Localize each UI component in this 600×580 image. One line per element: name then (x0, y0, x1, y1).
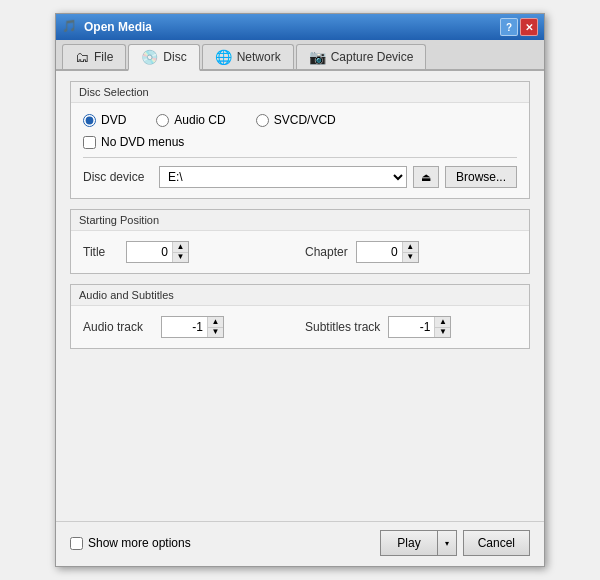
title-spinbox: ▲ ▼ (126, 241, 189, 263)
help-button[interactable]: ? (500, 18, 518, 36)
starting-position-title: Starting Position (71, 210, 529, 231)
subtitles-spin-up[interactable]: ▲ (435, 317, 450, 328)
disc-type-radio-group: DVD Audio CD SVCD/VCD (83, 113, 517, 127)
dvd-label: DVD (101, 113, 126, 127)
title-spin-up[interactable]: ▲ (173, 242, 188, 253)
open-media-dialog: 🎵 Open Media ? ✕ 🗂 File 💿 Disc 🌐 Network… (55, 13, 545, 567)
footer-buttons: Play ▾ Cancel (380, 530, 530, 556)
eject-button[interactable]: ⏏ (413, 166, 439, 188)
title-spin-down[interactable]: ▼ (173, 253, 188, 263)
close-button[interactable]: ✕ (520, 18, 538, 36)
show-more-label: Show more options (88, 536, 191, 550)
chapter-input[interactable] (357, 242, 402, 262)
show-more-row: Show more options (70, 536, 191, 550)
no-dvd-menus-label: No DVD menus (101, 135, 184, 149)
disc-tab-label: Disc (163, 50, 186, 64)
tab-bar: 🗂 File 💿 Disc 🌐 Network 📷 Capture Device (56, 40, 544, 71)
browse-button[interactable]: Browse... (445, 166, 517, 188)
network-tab-icon: 🌐 (215, 49, 232, 65)
audio-row: Audio track ▲ ▼ Subtitles track (83, 316, 517, 338)
tab-network[interactable]: 🌐 Network (202, 44, 294, 69)
svcd-label: SVCD/VCD (274, 113, 336, 127)
play-button-group: Play ▾ (380, 530, 456, 556)
title-bar: 🎵 Open Media ? ✕ (56, 14, 544, 40)
main-content: Disc Selection DVD Audio CD SVCD/VCD (56, 71, 544, 521)
subtitles-input[interactable] (389, 317, 434, 337)
audio-input[interactable] (162, 317, 207, 337)
title-position-label: Title (83, 245, 118, 259)
chapter-spinbox: ▲ ▼ (356, 241, 419, 263)
device-row: Disc device E:\ ⏏ Browse... (83, 166, 517, 188)
tab-capture[interactable]: 📷 Capture Device (296, 44, 427, 69)
file-tab-icon: 🗂 (75, 49, 89, 65)
audio-arrows: ▲ ▼ (207, 317, 223, 337)
disc-selection-content: DVD Audio CD SVCD/VCD No DVD menus (71, 103, 529, 198)
audio-track-label: Audio track (83, 320, 153, 334)
device-select[interactable]: E:\ (159, 166, 407, 188)
position-row: Title ▲ ▼ Chapter (83, 241, 517, 263)
audiocd-option[interactable]: Audio CD (156, 113, 225, 127)
audio-spin-down[interactable]: ▼ (208, 328, 223, 338)
play-button[interactable]: Play (380, 530, 436, 556)
audio-spinbox: ▲ ▼ (161, 316, 224, 338)
subtitles-arrows: ▲ ▼ (434, 317, 450, 337)
dialog-icon: 🎵 (62, 19, 78, 35)
audiocd-label: Audio CD (174, 113, 225, 127)
title-bar-buttons: ? ✕ (500, 18, 538, 36)
audio-subtitles-content: Audio track ▲ ▼ Subtitles track (71, 306, 529, 348)
footer: Show more options Play ▾ Cancel (56, 521, 544, 566)
device-label: Disc device (83, 170, 153, 184)
title-input[interactable] (127, 242, 172, 262)
chapter-spin-up[interactable]: ▲ (403, 242, 418, 253)
no-dvd-menus-row: No DVD menus (83, 135, 517, 149)
section-separator (83, 157, 517, 158)
subtitles-item: Subtitles track ▲ ▼ (305, 316, 517, 338)
eject-icon: ⏏ (421, 171, 431, 184)
dialog-title: Open Media (84, 20, 152, 34)
subtitles-spinbox: ▲ ▼ (388, 316, 451, 338)
title-position-item: Title ▲ ▼ (83, 241, 295, 263)
tab-disc[interactable]: 💿 Disc (128, 44, 199, 71)
play-dropdown-button[interactable]: ▾ (437, 530, 457, 556)
chapter-spin-down[interactable]: ▼ (403, 253, 418, 263)
dvd-radio[interactable] (83, 114, 96, 127)
dropdown-arrow-icon: ▾ (445, 539, 449, 548)
file-tab-label: File (94, 50, 113, 64)
chapter-arrows: ▲ ▼ (402, 242, 418, 262)
dvd-option[interactable]: DVD (83, 113, 126, 127)
audio-subtitles-title: Audio and Subtitles (71, 285, 529, 306)
disc-tab-icon: 💿 (141, 49, 158, 65)
chapter-position-item: Chapter ▲ ▼ (305, 241, 517, 263)
subtitles-spin-down[interactable]: ▼ (435, 328, 450, 338)
disc-selection-title: Disc Selection (71, 82, 529, 103)
starting-position-content: Title ▲ ▼ Chapter (71, 231, 529, 273)
subtitles-label: Subtitles track (305, 320, 380, 334)
chapter-label: Chapter (305, 245, 348, 259)
svcd-radio[interactable] (256, 114, 269, 127)
audiocd-radio[interactable] (156, 114, 169, 127)
tab-file[interactable]: 🗂 File (62, 44, 126, 69)
show-more-checkbox[interactable] (70, 537, 83, 550)
audio-spin-up[interactable]: ▲ (208, 317, 223, 328)
audio-track-item: Audio track ▲ ▼ (83, 316, 295, 338)
spacer (70, 359, 530, 489)
capture-tab-label: Capture Device (331, 50, 414, 64)
disc-selection-section: Disc Selection DVD Audio CD SVCD/VCD (70, 81, 530, 199)
audio-subtitles-section: Audio and Subtitles Audio track ▲ ▼ (70, 284, 530, 349)
capture-tab-icon: 📷 (309, 49, 326, 65)
network-tab-label: Network (237, 50, 281, 64)
cancel-button[interactable]: Cancel (463, 530, 530, 556)
starting-position-section: Starting Position Title ▲ ▼ (70, 209, 530, 274)
svcd-option[interactable]: SVCD/VCD (256, 113, 336, 127)
no-dvd-menus-checkbox[interactable] (83, 136, 96, 149)
title-bar-left: 🎵 Open Media (62, 19, 152, 35)
title-arrows: ▲ ▼ (172, 242, 188, 262)
